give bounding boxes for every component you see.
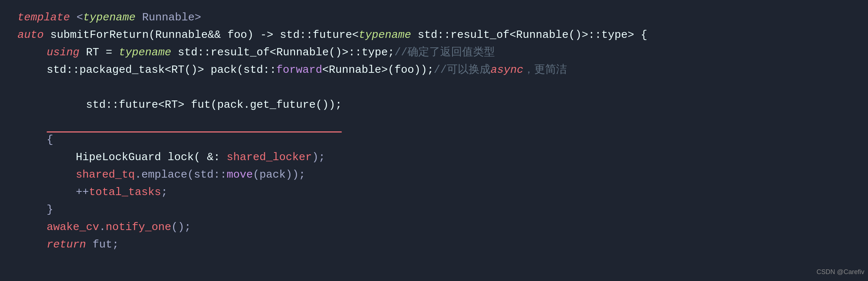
code-line-3: using RT = typename std::result_of<Runna… (47, 44, 851, 61)
code-line-12: return fut; (47, 236, 851, 253)
code-line-1: template <typename Runnable> (17, 9, 851, 26)
watermark: CSDN @Carefiv (817, 267, 864, 277)
code-editor: template <typename Runnable> auto submit… (0, 0, 868, 281)
code-line-2: auto submitForReturn(Runnable&& foo) -> … (17, 26, 851, 44)
code-line-5: std::future<RT> fut(pack.get_future()); (47, 79, 851, 131)
code-line-11: awake_cv.notify_one(); (47, 218, 851, 236)
code-line-6: { (47, 131, 851, 149)
code-line-8: shared_tq.emplace(std::move(pack)); (76, 166, 851, 183)
keyword-template: template (17, 9, 70, 26)
code-line-4: std::packaged_task<RT()> pack(std::forwa… (47, 61, 851, 79)
code-line-9: ++total_tasks; (76, 183, 851, 201)
code-line-7: HipeLockGuard lock( &: shared_locker); (76, 149, 851, 166)
code-line-10: } (47, 201, 851, 218)
future-line: std::future<RT> fut(pack.get_future()); (47, 79, 342, 131)
